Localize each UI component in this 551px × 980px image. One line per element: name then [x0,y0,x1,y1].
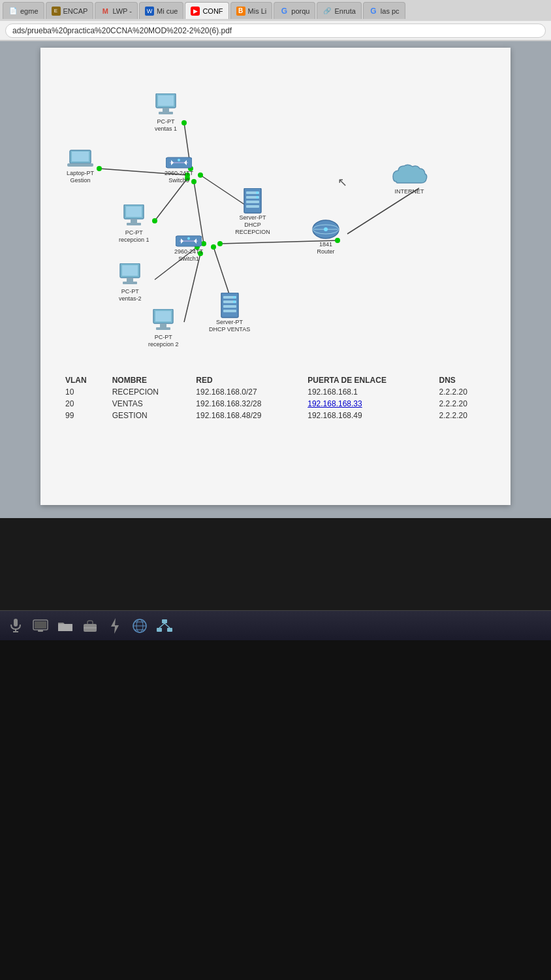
svg-rect-29 [163,108,169,112]
network-diagram: Laptop-PTGestion PC-PTventas 1 [40,48,511,361]
taskbar-folder[interactable] [55,615,76,636]
tab-icon-encap: E [52,7,61,16]
network-icon [157,619,172,632]
svg-rect-48 [123,282,137,284]
tab-icon-word: W [145,7,154,16]
vlan-20-nombre: VENTAS [107,398,191,410]
vlan-20-red: 192.168.168.32/28 [191,398,302,410]
node-router: 1841Router [311,218,340,255]
taskbar-lightning[interactable] [104,615,125,636]
svg-rect-37 [126,206,142,217]
svg-point-66 [233,301,236,303]
svg-rect-75 [35,621,46,629]
taskbar-microphone[interactable] [5,615,26,636]
tab-label-lwp: LWP - [112,7,132,15]
server-icon-ventas [220,293,240,319]
svg-point-14 [152,218,157,223]
tab-misli[interactable]: B Mis Li [230,2,273,19]
tab-label-enruta: Enruta [334,7,355,15]
tab-icon-egme: 📄 [8,7,18,16]
svg-line-6 [184,253,200,322]
node-label-switch0: 2960-24TTSwitch0 [165,170,193,184]
desktop-icon-recep1 [123,204,145,229]
svg-point-21 [211,244,216,250]
taskbar-briefcase[interactable] [80,615,101,636]
svg-rect-88 [167,628,172,632]
col-header-nombre: NOMBRE [107,374,191,386]
svg-rect-47 [127,278,133,282]
tab-porqu[interactable]: G porqu [274,2,315,19]
globe-icon [132,618,148,634]
svg-point-16 [198,172,203,178]
svg-point-59 [256,196,259,199]
svg-rect-52 [156,327,170,330]
node-label-internet: INTERNET [395,188,424,195]
node-label-server-ventas: Server-PTDHCP VENTAS [209,319,250,333]
node-laptop-gestion: Laptop-PTGestion [67,149,94,184]
col-header-puerta: PUERTA DE ENLACE [302,374,433,386]
node-pc-ventas2: PC-PTventas-2 [119,263,142,302]
vlan-99-red: 192.168.168.48/29 [191,410,302,421]
tab-icon-gmail: M [101,7,110,16]
taskbar-network[interactable] [154,615,175,636]
tab-lwp[interactable]: M LWP - [95,2,138,19]
node-label-pc-recepcion2: PC-PTrecepcion 2 [148,334,179,348]
svg-rect-28 [158,95,174,106]
svg-rect-30 [159,112,173,114]
svg-rect-77 [58,624,72,631]
laptop-icon [67,149,93,170]
svg-point-10 [97,166,102,171]
svg-point-65 [233,296,236,299]
desktop-icon-ventas2 [119,263,141,288]
svg-rect-87 [157,628,162,632]
vlan-99-puerta: 192.168.168.49 [302,410,433,421]
taskbar [0,610,551,640]
desktop-icon-recep2 [152,309,174,334]
tab-laspc[interactable]: G las pc [363,2,405,19]
vlan-10-puerta: 192.168.168.1 [302,386,433,398]
cloud-icon [390,162,429,188]
tab-micue[interactable]: W Mi cue [139,2,183,19]
node-server-ventas: Server-PTDHCP VENTAS [209,293,250,333]
svg-rect-39 [127,223,141,225]
svg-rect-63 [223,305,236,308]
tab-egme[interactable]: 📄 egme [3,2,44,19]
svg-line-89 [159,623,165,628]
server-icon-recepcion [243,188,262,214]
taskbar-globe[interactable] [129,615,150,636]
tab-icon-youtube: ▶ [191,7,200,16]
node-label-switch1: 2960-24TTSwitch1 [174,248,203,263]
taskbar-screen[interactable] [30,615,51,636]
vlan-table-section: VLAN NOMBRE RED PUERTA DE ENLACE DNS 10 … [40,361,511,434]
svg-rect-76 [38,630,43,632]
vlan-20-id: 20 [60,398,107,410]
vlan-10-dns: 2.2.2.20 [434,386,491,398]
tab-label-egme: egme [20,7,39,15]
folder-icon [57,619,73,632]
tab-label-porqu: porqu [291,7,309,15]
svg-rect-57 [246,205,259,208]
vlan-10-nombre: RECEPCION [107,386,191,398]
lightning-icon [110,618,120,634]
col-header-red: RED [191,374,302,386]
svg-point-35 [178,159,180,161]
node-label-pc-ventas1: PC-PTventas 1 [155,118,177,133]
pdf-viewer: Laptop-PTGestion PC-PTventas 1 [0,41,551,518]
tab-label-micue: Mi cue [157,7,178,15]
svg-line-2 [155,178,187,221]
address-bar-row [0,21,551,41]
tab-label-misli: Mis Li [248,7,267,15]
col-header-dns: DNS [434,374,491,386]
tab-enruta[interactable]: 🔗 Enruta [317,2,361,19]
vlan-20-dns: 2.2.2.20 [434,398,491,410]
vlan-row-10: 10 RECEPCION 192.168.168.0/27 192.168.16… [60,386,491,398]
tab-label-laspc: las pc [381,7,400,15]
bottom-dark-area [0,640,551,980]
svg-point-22 [217,241,223,246]
svg-point-58 [256,191,259,194]
tab-encap[interactable]: E ENCAP [46,2,94,19]
address-bar-input[interactable] [5,24,546,38]
tab-conf[interactable]: ▶ CONF [185,2,228,19]
svg-rect-26 [67,163,93,167]
svg-rect-25 [72,152,89,161]
